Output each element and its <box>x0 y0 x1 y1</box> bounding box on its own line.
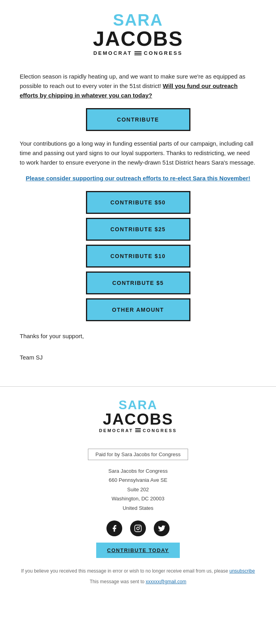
paid-for-text: Paid for by Sara Jacobs for Congress <box>95 451 181 457</box>
address-line2: 660 Pennsylvania Ave SE <box>16 476 260 485</box>
address-block: Sara Jacobs for Congress 660 Pennsylvani… <box>16 466 260 513</box>
unsubscribe-text-part1: If you believe you received this message… <box>21 568 228 574</box>
logo-congress-text: CONGRESS <box>144 50 183 56</box>
thanks-line: Thanks for your support, <box>20 331 256 341</box>
address-line1: Sara Jacobs for Congress <box>16 466 260 476</box>
sent-to-prefix: This message was sent to <box>90 579 145 584</box>
paid-for-box: Paid for by Sara Jacobs for Congress <box>88 449 188 460</box>
section-divider <box>0 386 276 387</box>
header: SARA JACOBS DEMOCRAT CONGRESS <box>0 0 276 64</box>
footer-logo-lines-icon <box>135 428 141 433</box>
twitter-icon[interactable] <box>154 520 170 536</box>
email-wrapper: SARA JACOBS DEMOCRAT CONGRESS Election s… <box>0 0 276 596</box>
footer: SARA JACOBS DEMOCRAT CONGRESS Paid for b… <box>0 399 276 596</box>
social-icons-row <box>16 520 260 536</box>
footer-logo-dem-congress: DEMOCRAT CONGRESS <box>16 428 260 433</box>
logo-dem-text: DEMOCRAT <box>93 50 132 56</box>
body-paragraph: Your contributions go a long way in fund… <box>20 139 256 167</box>
contribute-25-button[interactable]: CONTRIBUTE $25 <box>86 218 190 241</box>
footer-logo-jacobs: JACOBS <box>16 411 260 427</box>
logo-lines-icon <box>134 51 142 55</box>
contribute-other-button[interactable]: OTHER AMOUNT <box>86 298 190 321</box>
contribute-50-button[interactable]: CONTRIBUTE $50 <box>86 191 190 214</box>
instagram-icon[interactable] <box>130 520 146 536</box>
footer-logo-dem-text: DEMOCRAT <box>99 428 133 433</box>
main-content: Election season is rapidly heating up, a… <box>0 64 276 371</box>
contribute-5-button[interactable]: CONTRIBUTE $5 <box>86 271 190 294</box>
team-line: Team SJ <box>20 352 256 363</box>
sent-to-paragraph: This message was sent to xxxxxx@gmail.co… <box>16 579 260 584</box>
logo-sara: SARA <box>8 12 268 28</box>
logo-jacobs: JACOBS <box>8 28 268 49</box>
closing-text: Thanks for your support, Team SJ <box>20 331 256 363</box>
contribute-main-button[interactable]: CONTRIBUTE <box>86 108 190 131</box>
contribute-10-button[interactable]: CONTRIBUTE $10 <box>86 245 190 268</box>
support-link[interactable]: Please consider supporting our outreach … <box>20 174 256 183</box>
footer-logo-congress-text: CONGRESS <box>143 428 177 433</box>
facebook-icon[interactable] <box>106 520 122 536</box>
svg-rect-0 <box>135 525 142 532</box>
address-line5: United States <box>16 504 260 513</box>
intro-paragraph: Election season is rapidly heating up, a… <box>20 72 256 100</box>
unsubscribe-link[interactable]: unsubscribe <box>229 568 255 574</box>
sent-to-email[interactable]: xxxxxx@gmail.com <box>146 579 186 584</box>
contribute-today-button[interactable]: CONTRIBUTE TODAY <box>96 543 180 558</box>
address-line4: Washington, DC 20003 <box>16 494 260 503</box>
svg-point-1 <box>137 527 140 530</box>
svg-point-2 <box>139 526 140 527</box>
address-line3: Suite 202 <box>16 485 260 494</box>
unsubscribe-paragraph: If you believe you received this message… <box>16 567 260 575</box>
footer-logo-sara: SARA <box>16 399 260 411</box>
logo-dem-congress: DEMOCRAT CONGRESS <box>8 50 268 56</box>
